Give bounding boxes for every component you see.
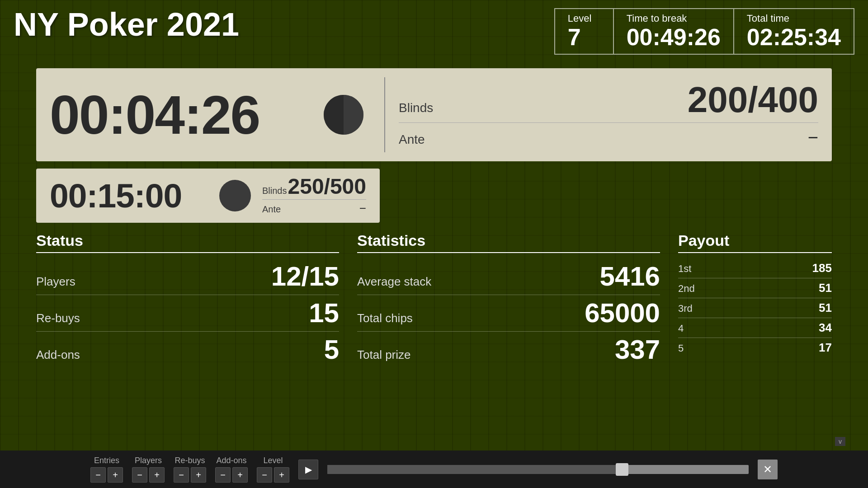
current-level-card: 00:04:26 Blinds 200/400 Ante − bbox=[36, 68, 832, 161]
main-content: 00:04:26 Blinds 200/400 Ante − 00:15:00 bbox=[0, 55, 868, 223]
players-value: 12/15 bbox=[271, 263, 339, 290]
next-ante-label: Ante bbox=[262, 204, 281, 215]
play-button[interactable]: ▶ bbox=[298, 460, 318, 479]
total-time-block: Total time 02:25:34 bbox=[734, 9, 854, 54]
rebuys-plus-button[interactable]: + bbox=[191, 467, 206, 483]
stats-section: Status Players 12/15 Re-buys 15 Add-ons … bbox=[0, 223, 868, 368]
players-plus-button[interactable]: + bbox=[149, 467, 165, 483]
payout-amount-3: 51 bbox=[819, 301, 832, 315]
total-prize-value: 337 bbox=[615, 336, 660, 363]
rebuys-row: Re-buys 15 bbox=[36, 295, 339, 332]
current-blinds-section: Blinds 200/400 Ante − bbox=[394, 77, 818, 152]
level-minus-button[interactable]: − bbox=[257, 467, 272, 483]
payout-amount-2: 51 bbox=[819, 281, 832, 295]
current-blinds-value: 200/400 bbox=[688, 82, 818, 118]
payout-row-3: 3rd 51 bbox=[678, 298, 832, 318]
avg-stack-row: Average stack 5416 bbox=[357, 258, 660, 295]
players-row: Players 12/15 bbox=[36, 258, 339, 295]
header: NY Poker 2021 Level 7 Time to break 00:4… bbox=[0, 0, 868, 55]
level-plus-button[interactable]: + bbox=[274, 467, 289, 483]
statistics-title: Statistics bbox=[357, 232, 660, 253]
next-blinds-section: Blinds 250/500 Ante − bbox=[258, 174, 366, 217]
players-control-group: Players − + bbox=[132, 456, 165, 483]
payout-amount-1: 185 bbox=[812, 261, 832, 275]
payout-place-4: 4 bbox=[678, 323, 684, 334]
total-chips-label: Total chips bbox=[357, 311, 413, 325]
level-control-group: Level − + bbox=[257, 456, 289, 483]
close-button[interactable]: ✕ bbox=[758, 460, 778, 479]
payout-amount-5: 17 bbox=[819, 341, 832, 355]
level-ctrl-label: Level bbox=[263, 456, 283, 465]
total-prize-row: Total prize 337 bbox=[357, 332, 660, 368]
addons-ctrl-label: Add-ons bbox=[216, 456, 246, 465]
status-title: Status bbox=[36, 232, 339, 253]
rebuys-value: 15 bbox=[309, 300, 339, 327]
payout-column: Payout 1st 185 2nd 51 3rd 51 4 34 5 17 bbox=[678, 232, 832, 368]
progress-thumb[interactable] bbox=[616, 463, 628, 476]
total-prize-label: Total prize bbox=[357, 348, 411, 362]
entries-minus-button[interactable]: − bbox=[90, 467, 106, 483]
players-label: Players bbox=[36, 275, 75, 289]
payout-row-2: 2nd 51 bbox=[678, 278, 832, 298]
payout-row-4: 4 34 bbox=[678, 318, 832, 338]
rebuys-minus-button[interactable]: − bbox=[174, 467, 189, 483]
rebuys-label: Re-buys bbox=[36, 311, 80, 325]
time-to-break-block: Time to break 00:49:26 bbox=[614, 9, 734, 54]
next-ante-value: − bbox=[359, 202, 366, 216]
pie-chart-icon bbox=[321, 92, 366, 137]
players-minus-button[interactable]: − bbox=[132, 467, 147, 483]
next-ante-row: Ante − bbox=[262, 200, 366, 217]
control-bar: v Entries − + Players − + Re-buys − + Ad… bbox=[0, 450, 868, 488]
payout-place-3: 3rd bbox=[678, 303, 693, 314]
header-stats: Level 7 Time to break 00:49:26 Total tim… bbox=[554, 8, 854, 55]
app-title: NY Poker 2021 bbox=[14, 8, 239, 41]
next-timer: 00:15:00 bbox=[50, 176, 212, 215]
vertical-divider bbox=[384, 77, 385, 152]
progress-bar-fill bbox=[327, 465, 622, 474]
total-time-value: 02:25:34 bbox=[747, 24, 841, 50]
level-value: 7 bbox=[568, 24, 600, 50]
payout-place-5: 5 bbox=[678, 343, 684, 354]
rebuys-buttons: − + bbox=[174, 467, 206, 483]
current-blinds-label: Blinds bbox=[399, 101, 433, 115]
current-ante-label: Ante bbox=[399, 132, 425, 147]
payout-row-1: 1st 185 bbox=[678, 258, 832, 278]
addons-row: Add-ons 5 bbox=[36, 332, 339, 368]
entries-plus-button[interactable]: + bbox=[108, 467, 123, 483]
addons-buttons: − + bbox=[215, 467, 248, 483]
addons-plus-button[interactable]: + bbox=[232, 467, 248, 483]
total-time-label: Total time bbox=[747, 13, 841, 24]
rebuys-ctrl-label: Re-buys bbox=[175, 456, 205, 465]
avg-stack-label: Average stack bbox=[357, 275, 431, 289]
current-ante-value: − bbox=[808, 127, 818, 148]
entries-label: Entries bbox=[94, 456, 119, 465]
next-level-card: 00:15:00 Blinds 250/500 Ante − bbox=[36, 169, 380, 223]
players-ctrl-label: Players bbox=[135, 456, 162, 465]
entries-buttons: − + bbox=[90, 467, 123, 483]
payout-place-1: 1st bbox=[678, 263, 691, 275]
payout-place-2: 2nd bbox=[678, 283, 695, 295]
next-blinds-value: 250/500 bbox=[288, 176, 366, 197]
players-buttons: − + bbox=[132, 467, 165, 483]
payout-amount-4: 34 bbox=[819, 321, 832, 335]
addons-label: Add-ons bbox=[36, 348, 80, 362]
circle-icon bbox=[219, 180, 251, 211]
time-to-break-label: Time to break bbox=[627, 13, 721, 24]
payout-row-5: 5 17 bbox=[678, 338, 832, 357]
level-buttons: − + bbox=[257, 467, 289, 483]
status-column: Status Players 12/15 Re-buys 15 Add-ons … bbox=[36, 232, 357, 368]
level-label: Level bbox=[568, 13, 600, 24]
entries-group: Entries − + bbox=[90, 456, 123, 483]
addons-value: 5 bbox=[324, 336, 339, 363]
total-chips-row: Total chips 65000 bbox=[357, 295, 660, 332]
addons-control-group: Add-ons − + bbox=[215, 456, 248, 483]
payout-title: Payout bbox=[678, 232, 832, 253]
progress-bar[interactable] bbox=[327, 465, 749, 474]
time-to-break-value: 00:49:26 bbox=[627, 24, 721, 50]
version-badge: v bbox=[835, 437, 845, 446]
next-blinds-row: Blinds 250/500 bbox=[262, 174, 366, 200]
avg-stack-value: 5416 bbox=[600, 263, 660, 290]
rebuys-control-group: Re-buys − + bbox=[174, 456, 206, 483]
addons-minus-button[interactable]: − bbox=[215, 467, 231, 483]
next-blinds-label: Blinds bbox=[262, 186, 287, 196]
